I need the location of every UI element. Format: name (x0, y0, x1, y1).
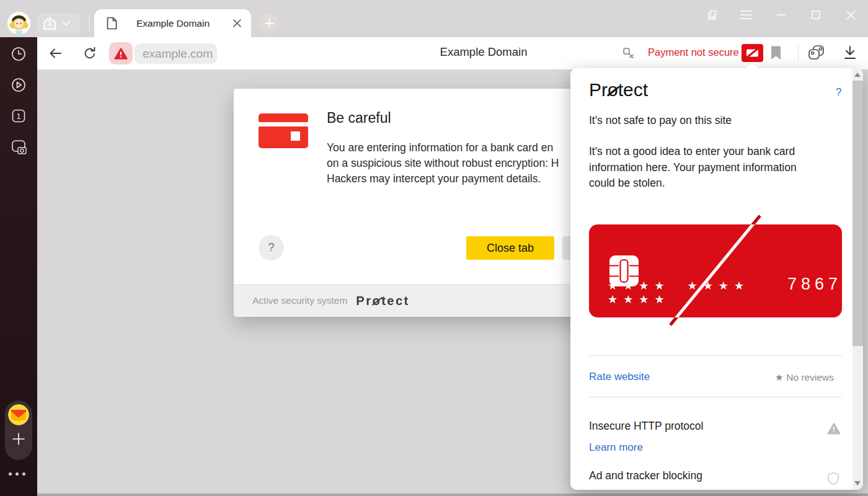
back-arrow-icon (48, 46, 63, 61)
panel-divider (589, 355, 842, 356)
protect-logo-o: o (372, 294, 381, 308)
payment-not-secure-label[interactable]: Payment not secure (648, 46, 739, 58)
minimize-button[interactable] (764, 1, 799, 29)
panel-notch (746, 63, 758, 68)
titlebar: 1 Example Domain (0, 0, 868, 37)
document-icon (107, 17, 117, 30)
browser-tab-active[interactable]: Example Domain (94, 9, 251, 37)
blocked-card-illustration: ★★★★ ★★★★ ★★★★ 7867 (589, 224, 842, 317)
hamburger-icon (740, 10, 753, 20)
tabs-button[interactable]: 1 (11, 108, 26, 123)
panel-title-o: o (608, 79, 618, 100)
sidebar-apps-pill (5, 401, 32, 460)
toolbar-page-title: Example Domain (335, 45, 632, 59)
address-bar[interactable]: example.com (135, 43, 217, 64)
screenshot-button[interactable] (11, 140, 26, 154)
bookmarks-icon (705, 8, 719, 22)
sidebar: 1 (0, 37, 37, 496)
download-icon (842, 45, 858, 61)
dialog-body-line: You are entering information for a bank … (327, 140, 559, 156)
titlebar-divider (89, 16, 90, 32)
close-window-button[interactable] (833, 1, 868, 29)
scroll-down-arrow[interactable] (854, 481, 861, 485)
insecure-http-label: Insecure HTTP protocol (589, 420, 703, 433)
reload-icon (82, 46, 97, 61)
protect-panel: Protect ? It's not safe to pay on this s… (570, 68, 863, 490)
protect-logo-pre: Pr (356, 294, 372, 308)
panel-help-link[interactable]: ? (836, 86, 841, 99)
key-icon (621, 46, 636, 61)
reviews-label: No reviews (786, 372, 834, 383)
maximize-icon (812, 11, 820, 19)
mail-app-button[interactable] (8, 404, 29, 425)
profile-avatar[interactable] (7, 12, 30, 35)
menu-button[interactable] (729, 1, 764, 29)
toolbar: example.com Example Domain Payment not s… (37, 37, 868, 69)
bank-card-icon (259, 113, 308, 148)
back-button[interactable] (48, 46, 63, 61)
panel-title: Protect (589, 79, 648, 100)
tab-group-button[interactable]: 1 (37, 13, 81, 33)
card-number-masked: ★★★★ ★★★★ ★★★★ (608, 279, 773, 306)
scrollbar-thumb[interactable] (852, 81, 863, 346)
dialog-body-line: Hackers may intercept your payment detai… (327, 171, 559, 187)
bookmark-button[interactable] (770, 45, 782, 61)
crossed-card-icon (745, 47, 760, 59)
reviews-status: ★ No reviews (775, 372, 834, 383)
panel-title-post: tect (618, 79, 648, 100)
plus-icon (12, 433, 25, 445)
tab-counter-icon: 1 (11, 108, 26, 123)
shield-icon (827, 472, 839, 485)
downloads-button[interactable] (842, 45, 858, 61)
protect-logo-post: tect (381, 294, 410, 308)
close-icon (846, 11, 856, 20)
tab-count: 1 (42, 19, 57, 27)
panel-title-pre: Pr (589, 79, 608, 100)
scroll-up-arrow[interactable] (854, 73, 861, 77)
history-button[interactable] (11, 46, 26, 61)
warning-gray-icon (827, 422, 841, 435)
star-icon: ★ (775, 372, 783, 383)
window-controls (694, 0, 868, 30)
active-security-label: Active security system (252, 295, 347, 306)
reload-button[interactable] (82, 46, 97, 61)
plus-icon (265, 19, 274, 28)
card-number-digits: 7867 (787, 275, 842, 294)
site-warning-badge[interactable] (109, 42, 133, 64)
warning-triangle-icon (114, 48, 128, 60)
extensions-button[interactable] (806, 43, 827, 63)
protect-status-badge[interactable] (742, 44, 763, 62)
avatar-illustration (7, 12, 30, 35)
dialog-body: You are entering information for a bank … (327, 140, 559, 187)
bookmarks-panel-button[interactable] (694, 1, 729, 29)
learn-more-link[interactable]: Learn more (589, 441, 643, 454)
password-manager-button[interactable] (621, 46, 636, 61)
bookmark-icon (770, 45, 782, 61)
tab-shape-icon: 1 (42, 16, 57, 31)
maximize-button[interactable] (799, 1, 833, 29)
add-app-button[interactable] (12, 433, 25, 445)
dialog-title: Be careful (327, 110, 391, 126)
tab-title: Example Domain (117, 18, 231, 29)
url-text: example.com (143, 47, 213, 61)
sidebar-more-button[interactable] (9, 472, 29, 476)
clock-icon (11, 46, 26, 61)
yandex-mail-icon (8, 404, 29, 425)
minimize-icon (777, 14, 786, 16)
play-icon (11, 78, 26, 92)
panel-description: It's not a good idea to enter your bank … (589, 144, 823, 192)
ad-tracker-blocking-label: Ad and tracker blocking (589, 469, 702, 482)
rate-website-link[interactable]: Rate website (589, 371, 650, 383)
overlapping-squares-icon (806, 43, 827, 63)
panel-scrollbar[interactable] (852, 68, 863, 490)
dialog-body-line: on a suspicious site without robust encr… (327, 156, 559, 171)
new-tab-button[interactable] (260, 14, 279, 33)
card-number: ★★★★ ★★★★ ★★★★ 7867 (608, 275, 842, 306)
media-button[interactable] (11, 78, 26, 92)
panel-heading: It's not safe to pay on this site (589, 114, 732, 127)
close-tab-button[interactable]: Close tab (466, 236, 554, 260)
tab-close-button[interactable] (231, 18, 242, 29)
chevron-down-icon (62, 21, 70, 26)
dialog-help-button[interactable]: ? (259, 235, 284, 260)
protect-logo: Protect (356, 294, 409, 308)
